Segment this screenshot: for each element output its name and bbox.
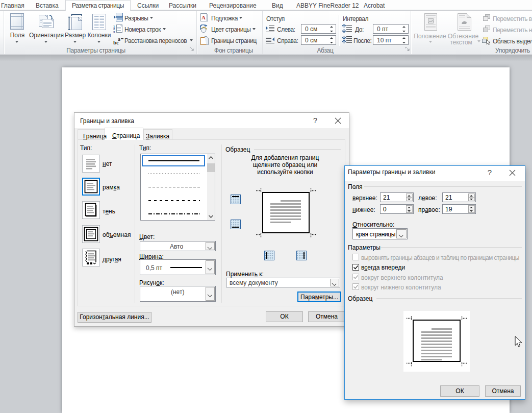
svg-text:a: a (118, 36, 120, 42)
svg-text:3: 3 (113, 31, 115, 34)
svg-text:A: A (201, 14, 206, 20)
